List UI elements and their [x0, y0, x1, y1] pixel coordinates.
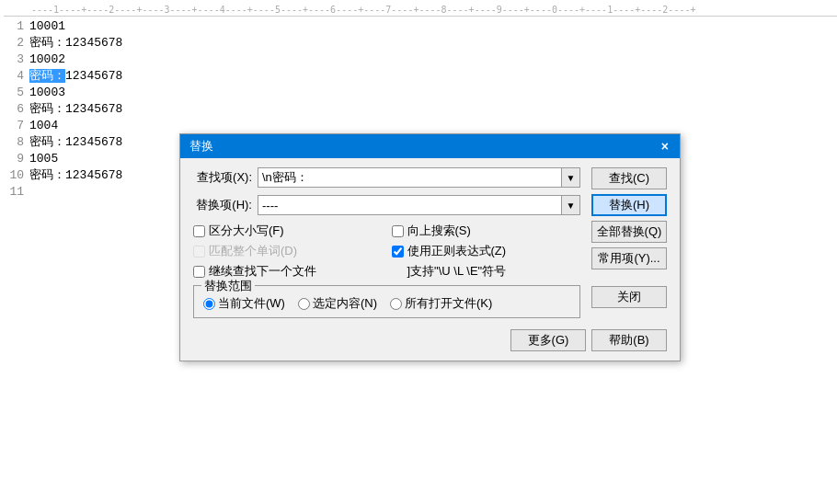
more-button[interactable]: 更多(G) [510, 329, 586, 351]
close-button[interactable]: 关闭 [591, 286, 667, 308]
replace-label: 替换项(H): [193, 197, 258, 213]
radio-selection-label: 选定内容(N) [313, 295, 377, 312]
dialog-footer: 更多(G) 帮助(B) [180, 326, 680, 361]
radio-all-label: 所有打开文件(K) [405, 295, 492, 312]
common-button[interactable]: 常用项(Y)... [591, 247, 667, 269]
find-dropdown-button[interactable]: ▼ [562, 167, 580, 188]
checkbox-case[interactable] [193, 225, 205, 237]
replace-row: 替换项(H): ▼ [193, 195, 580, 215]
replace-dropdown-button[interactable]: ▼ [562, 195, 580, 215]
replace-input-wrap: ▼ [258, 195, 580, 215]
find-label: 查找项(X): [193, 169, 258, 186]
checkbox-continue[interactable] [193, 266, 205, 278]
radio-selection-item: 选定内容(N) [298, 295, 377, 312]
checkbox-upward-label: 向上搜索(S) [407, 223, 471, 239]
options-right: 向上搜索(S) 使用正则表达式(Z) ]支持"\U \L \E"符号 [392, 223, 581, 280]
options-row: 区分大小写(F) 匹配整个单词(D) 继续查找下一个文件 [193, 223, 580, 280]
checkbox-case-label: 区分大小写(F) [209, 223, 284, 239]
checkbox-regex-item: 使用正则表达式(Z) [392, 243, 581, 259]
radio-all-item: 所有打开文件(K) [390, 295, 492, 312]
checkbox-case-item: 区分大小写(F) [193, 223, 383, 239]
checkbox-escape-label: ]支持"\U \L \E"符号 [392, 263, 507, 280]
dialog-close-button[interactable]: × [659, 140, 671, 153]
find-button[interactable]: 查找(C) [591, 167, 667, 189]
checkbox-whole-item: 匹配整个单词(D) [193, 243, 383, 259]
dialog-overlay: 替换 × 查找项(X): ▼ 替换项(H): ▼ [0, 0, 837, 504]
radio-current-label: 当前文件(W) [218, 295, 285, 312]
find-input[interactable] [258, 167, 562, 188]
replace-button[interactable]: 替换(H) [591, 194, 667, 216]
checkbox-upward[interactable] [392, 225, 404, 237]
radio-current-item: 当前文件(W) [203, 295, 285, 312]
help-button[interactable]: 帮助(B) [591, 329, 667, 351]
replace-all-button[interactable]: 全部替换(Q) [591, 221, 667, 243]
checkbox-whole-label: 匹配整个单词(D) [209, 243, 297, 259]
replace-range-title: 替换范围 [201, 278, 255, 294]
checkbox-upward-item: 向上搜索(S) [392, 223, 581, 239]
radio-all[interactable] [390, 298, 402, 310]
dialog-title-bar: 替换 × [180, 134, 680, 158]
checkbox-regex-label: 使用正则表达式(Z) [407, 243, 507, 259]
replace-range-box: 替换范围 当前文件(W) 选定内容(N) 所有打开文件(K) [193, 285, 580, 318]
replace-input[interactable] [258, 195, 562, 215]
checkbox-whole[interactable] [193, 246, 205, 258]
find-input-wrap: ▼ [258, 167, 580, 188]
find-row: 查找项(X): ▼ [193, 167, 580, 188]
checkbox-escape-item: ]支持"\U \L \E"符号 [392, 263, 581, 280]
radio-selection[interactable] [298, 298, 310, 310]
radio-group: 当前文件(W) 选定内容(N) 所有打开文件(K) [203, 295, 570, 312]
options-left: 区分大小写(F) 匹配整个单词(D) 继续查找下一个文件 [193, 223, 383, 280]
dialog-title-text: 替换 [189, 138, 213, 155]
checkbox-regex[interactable] [392, 246, 404, 258]
replace-dialog: 替换 × 查找项(X): ▼ 替换项(H): ▼ [179, 133, 681, 361]
radio-current[interactable] [203, 298, 215, 310]
